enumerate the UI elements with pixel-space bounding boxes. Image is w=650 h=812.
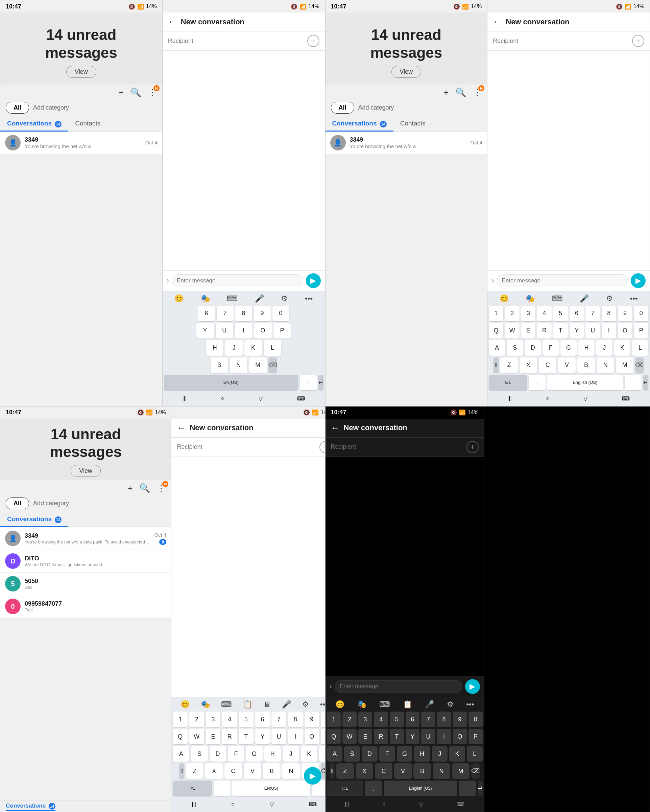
- key-q2-r[interactable]: R: [537, 323, 552, 339]
- nav-hide-kb-q1[interactable]: ⌨: [297, 395, 305, 402]
- k-q4-e[interactable]: E: [358, 729, 373, 744]
- k-q3-i[interactable]: I: [288, 729, 303, 744]
- expand-icon-q4[interactable]: ›: [330, 682, 332, 691]
- k-q3-l[interactable]: L: [319, 746, 325, 762]
- k-q3-u[interactable]: U: [271, 729, 286, 744]
- k-q4-o[interactable]: O: [453, 729, 467, 744]
- compose-icon-q2[interactable]: +: [443, 87, 449, 98]
- k-q4-m[interactable]: M: [452, 763, 469, 779]
- k-q4-v[interactable]: V: [394, 763, 412, 779]
- key-7[interactable]: 7: [217, 306, 234, 321]
- add-recipient-button-q1[interactable]: +: [307, 35, 320, 47]
- nav-hide-kb-q4[interactable]: ⌨: [457, 801, 464, 807]
- nav-recents-q3[interactable]: ▽: [270, 801, 274, 807]
- k-q4-q[interactable]: Q: [327, 729, 341, 744]
- key-n[interactable]: N: [230, 357, 247, 373]
- k-q4-space[interactable]: English (US): [384, 780, 457, 796]
- key-q2-f[interactable]: F: [542, 340, 559, 356]
- k-q4-7[interactable]: 7: [421, 711, 435, 727]
- key-q2-1[interactable]: 1: [489, 306, 503, 321]
- k-q3-x[interactable]: X: [205, 763, 223, 779]
- compose-icon-q1[interactable]: +: [119, 87, 124, 98]
- k-q4-k[interactable]: K: [449, 746, 465, 762]
- k-q4-b[interactable]: B: [413, 763, 431, 779]
- k-q3-j[interactable]: J: [283, 746, 299, 762]
- send-button-q4[interactable]: ▶: [465, 679, 480, 694]
- k-q4-f[interactable]: F: [379, 746, 395, 762]
- expand-icon-q1[interactable]: ›: [167, 276, 169, 285]
- all-button-q3[interactable]: All: [6, 498, 29, 509]
- k-q3-d[interactable]: D: [210, 746, 226, 762]
- k-q4-2[interactable]: 2: [343, 711, 356, 727]
- key-q2-h[interactable]: H: [578, 340, 595, 356]
- k-q3-q[interactable]: Q: [173, 729, 187, 744]
- view-button-q2[interactable]: View: [391, 66, 422, 78]
- key-q2-4[interactable]: 4: [537, 306, 552, 321]
- k-q3-h[interactable]: H: [264, 746, 281, 762]
- nav-back-q3[interactable]: |||: [192, 801, 196, 807]
- k-q4-5[interactable]: 5: [390, 711, 404, 727]
- settings-tool-q2[interactable]: ⚙: [606, 294, 613, 303]
- key-q2-3[interactable]: 3: [521, 306, 536, 321]
- sticker-tool-q1[interactable]: 🎭: [201, 294, 210, 303]
- key-q2-z[interactable]: Z: [500, 357, 518, 373]
- key-q2-d[interactable]: D: [525, 340, 541, 356]
- k-q3-o[interactable]: O: [304, 729, 320, 744]
- add-category-q1[interactable]: Add category: [33, 104, 69, 111]
- key-q2-shift[interactable]: ⇧: [493, 357, 499, 373]
- more-q4[interactable]: •••: [466, 700, 474, 709]
- k-q4-6[interactable]: 6: [406, 711, 420, 727]
- add-category-q3[interactable]: Add category: [33, 500, 69, 507]
- more-icon-q1[interactable]: ⋮ N: [148, 87, 157, 98]
- emoji-q3[interactable]: 😊: [181, 700, 190, 709]
- key-q2-a[interactable]: A: [489, 340, 505, 356]
- nav-back-q4[interactable]: |||: [345, 801, 349, 807]
- key-q2-9[interactable]: 9: [618, 306, 632, 321]
- k-q4-w[interactable]: W: [343, 729, 356, 744]
- key-i[interactable]: I: [235, 323, 253, 339]
- key-q2-p[interactable]: P: [634, 323, 648, 339]
- compose-icon-q3[interactable]: +: [128, 483, 132, 493]
- send-button-q2[interactable]: ▶: [631, 273, 645, 288]
- key-q2-y[interactable]: Y: [569, 323, 584, 339]
- k-q3-z[interactable]: Z: [186, 763, 204, 779]
- k-q3-v[interactable]: V: [244, 763, 261, 779]
- k-q4-l[interactable]: L: [467, 746, 483, 762]
- key-q2-7[interactable]: 7: [585, 306, 600, 321]
- k-q3-s[interactable]: S: [191, 746, 207, 762]
- recipient-input-q4[interactable]: [331, 443, 463, 450]
- floating-send-button-q3[interactable]: ▶: [304, 767, 321, 785]
- nav-hide-kb-q2[interactable]: ⌨: [622, 395, 630, 402]
- k-q3-f[interactable]: F: [228, 746, 244, 762]
- key-q2-x[interactable]: X: [519, 357, 537, 373]
- key-q2-6[interactable]: 6: [569, 306, 584, 321]
- nav-home-q2[interactable]: ○: [546, 395, 549, 402]
- keyboard-tool-q1[interactable]: ⌨: [227, 294, 237, 303]
- k-q4-a[interactable]: A: [327, 746, 343, 762]
- key-q2-i[interactable]: I: [602, 323, 616, 339]
- key-k[interactable]: K: [244, 340, 262, 356]
- k-q3-comma[interactable]: ,: [214, 780, 230, 796]
- back-button-q4[interactable]: ←: [331, 423, 340, 433]
- more-tool-q2[interactable]: •••: [630, 294, 638, 303]
- key-q2-g[interactable]: G: [560, 340, 577, 356]
- nav-back-q2[interactable]: |||: [507, 395, 511, 402]
- key-q2-s[interactable]: S: [507, 340, 523, 356]
- monitor-q3[interactable]: 🖥: [263, 700, 271, 709]
- all-button-q2[interactable]: All: [331, 102, 354, 114]
- k-q3-1[interactable]: 1: [173, 711, 187, 727]
- k-q4-z[interactable]: Z: [336, 763, 354, 779]
- k-q3-y[interactable]: Y: [255, 729, 270, 744]
- back-button-q1[interactable]: ←: [168, 17, 177, 27]
- more-tool-q1[interactable]: •••: [305, 294, 313, 303]
- k-q4-y[interactable]: Y: [406, 729, 420, 744]
- search-icon-q2[interactable]: 🔍: [455, 87, 466, 98]
- tab-conversations-q3[interactable]: Conversations 14: [0, 512, 68, 527]
- more-icon-q2[interactable]: ⋮ N: [473, 87, 482, 98]
- key-q2-b[interactable]: B: [577, 357, 595, 373]
- voice-tool-q1[interactable]: 🎤: [255, 294, 264, 303]
- key-enter[interactable]: ↵: [318, 375, 323, 390]
- k-q4-period[interactable]: .: [459, 780, 476, 796]
- key-q2-q[interactable]: Q: [489, 323, 503, 339]
- key-q2-0[interactable]: 0: [634, 306, 648, 321]
